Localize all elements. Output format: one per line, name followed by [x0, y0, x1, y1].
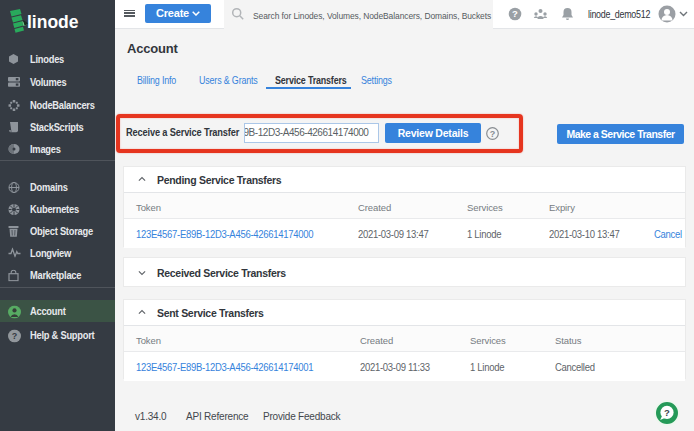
svg-text:?: ?: [512, 8, 518, 19]
svg-text:?: ?: [664, 407, 670, 418]
svg-text:linode: linode: [27, 12, 79, 32]
svg-text:?: ?: [12, 331, 18, 341]
